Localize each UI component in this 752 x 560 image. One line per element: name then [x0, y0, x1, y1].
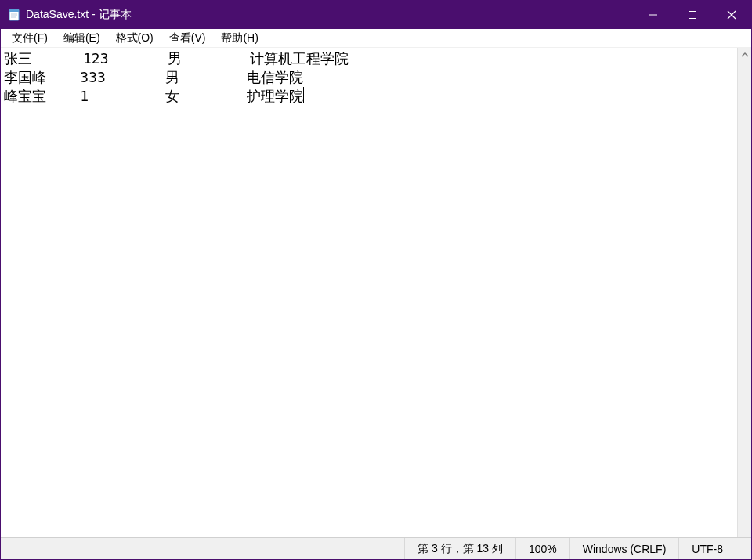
notepad-icon	[7, 8, 21, 22]
menu-help[interactable]: 帮助(H)	[213, 30, 266, 47]
maximize-button[interactable]	[673, 1, 712, 29]
svg-rect-6	[689, 12, 696, 19]
window-titlebar: DataSave.txt - 记事本	[1, 1, 751, 29]
status-cursor-position: 第 3 行，第 13 列	[405, 538, 516, 559]
menubar: 文件(F) 编辑(E) 格式(O) 查看(V) 帮助(H)	[1, 29, 751, 48]
text-editor[interactable]: 张三 123 男 计算机工程学院 李国峰 333 男 电信学院 峰宝宝 1 女 …	[1, 48, 737, 537]
statusbar: 第 3 行，第 13 列 100% Windows (CRLF) UTF-8	[1, 537, 751, 559]
menu-edit[interactable]: 编辑(E)	[56, 30, 108, 47]
scroll-up-icon[interactable]	[738, 48, 751, 62]
minimize-button[interactable]	[634, 1, 673, 29]
menu-format[interactable]: 格式(O)	[108, 30, 161, 47]
vertical-scrollbar[interactable]	[737, 48, 751, 537]
text-caret	[303, 87, 304, 103]
status-spacer	[1, 538, 405, 559]
menu-file[interactable]: 文件(F)	[4, 30, 56, 47]
status-encoding: UTF-8	[679, 538, 751, 559]
status-zoom: 100%	[516, 538, 570, 559]
window-controls	[634, 1, 751, 29]
close-button[interactable]	[712, 1, 751, 29]
status-line-ending: Windows (CRLF)	[570, 538, 680, 559]
window-title: DataSave.txt - 记事本	[26, 8, 634, 22]
menu-view[interactable]: 查看(V)	[161, 30, 214, 47]
content-wrap: 张三 123 男 计算机工程学院 李国峰 333 男 电信学院 峰宝宝 1 女 …	[1, 48, 751, 537]
svg-rect-1	[9, 9, 19, 12]
